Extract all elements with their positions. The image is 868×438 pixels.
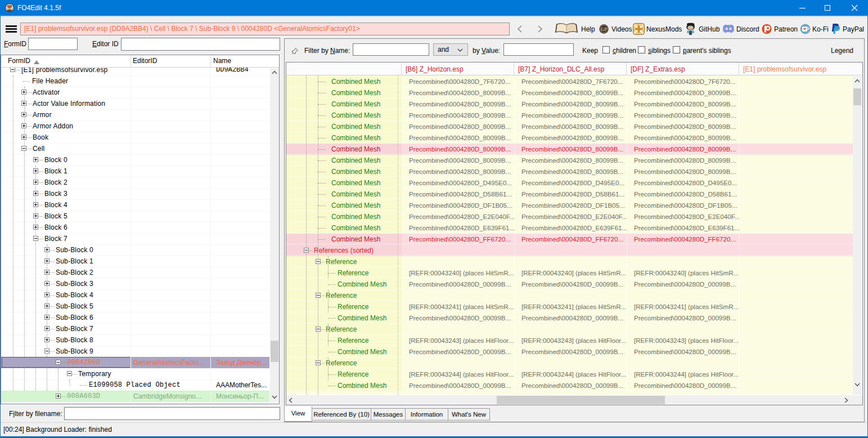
svg-text:GP: GP: [601, 27, 607, 32]
